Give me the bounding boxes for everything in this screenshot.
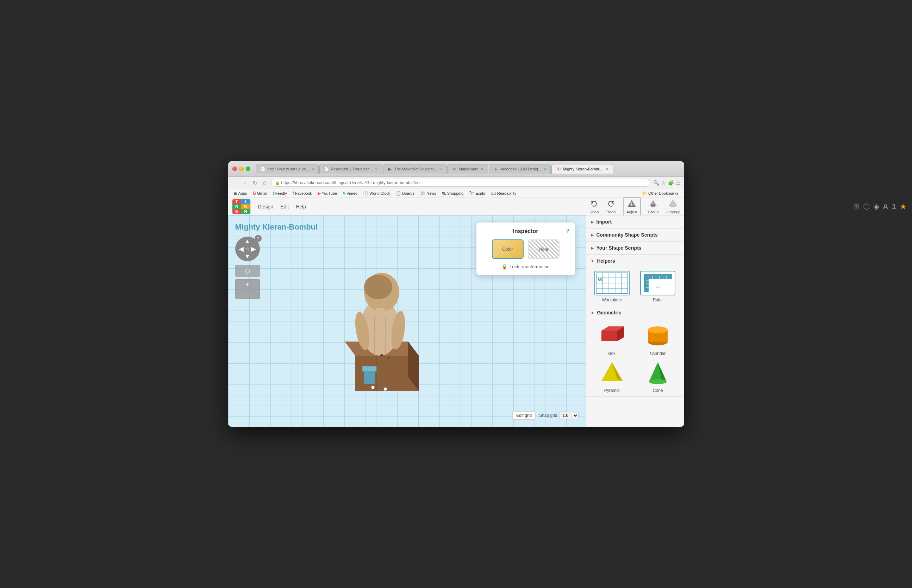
- search-icon[interactable]: 🔍: [653, 180, 659, 186]
- hole-option[interactable]: Hole: [528, 239, 560, 259]
- logo-i: I: [241, 199, 250, 204]
- zoom-in-button[interactable]: +: [235, 279, 260, 289]
- pyramid-svg: [598, 360, 626, 385]
- tab-close-button-3[interactable]: ✕: [439, 167, 442, 171]
- boards-icon: 📋: [396, 191, 401, 196]
- bookmark-gmail-label: Gmail: [257, 191, 267, 195]
- facebook-icon: f: [293, 191, 294, 196]
- bookmark-worldclock[interactable]: 🕐 World Clock: [361, 190, 392, 197]
- undo-button[interactable]: Undo: [589, 199, 599, 214]
- tab-edit[interactable]: 📄 edit : How to set up yo... ✕: [256, 164, 319, 174]
- tab-tinkercad[interactable]: TC Mighty Kieran-Bombu... ✕: [551, 164, 613, 174]
- right-panel: ▶ Import ▶ Community Shape Scripts: [586, 215, 684, 427]
- reload-button[interactable]: ↻: [252, 179, 258, 186]
- tab-close-button-2[interactable]: ✕: [375, 167, 378, 171]
- helpers-header[interactable]: ▼ Helpers: [586, 255, 684, 267]
- import-header[interactable]: ▶ Import: [586, 215, 684, 228]
- bookmark-feedly[interactable]: f Feedly: [271, 190, 289, 197]
- star-icon[interactable]: ☆: [661, 180, 666, 186]
- bookmark-apps[interactable]: ⊞ Apps: [232, 190, 249, 197]
- pyramid-item[interactable]: Pyramid: [591, 360, 633, 393]
- bookmark-other[interactable]: 📁 Other Bookmarks: [640, 190, 681, 197]
- back-button[interactable]: ‹: [232, 179, 239, 186]
- inspector-help-button[interactable]: ?: [566, 228, 570, 234]
- bookmarks-bar: ⊞ Apps G Gmail f Feedly f Facebook ▶ You…: [228, 189, 684, 198]
- worldclock-icon: 🕐: [363, 191, 368, 196]
- adjust-button[interactable]: Adjust: [623, 197, 641, 216]
- nav-help[interactable]: Help: [296, 204, 306, 210]
- menu-icon[interactable]: ☰: [676, 180, 681, 186]
- tab-label-6: Mighty Kieran-Bombu...: [563, 167, 604, 171]
- workplane-label: Workplane: [602, 297, 622, 302]
- cylinder-item[interactable]: Cylinder: [637, 323, 679, 356]
- canvas-area[interactable]: Mighty Kieran-Bombul ? ▲ ◀ ⌂ ▶ ▼: [228, 215, 586, 427]
- snap-grid: Snap grid 1.0 0.5 0.25 2.0: [539, 412, 578, 419]
- geo-grid: Box: [586, 319, 684, 396]
- community-scripts-header[interactable]: ▶ Community Shape Scripts: [586, 228, 684, 241]
- redo-button[interactable]: Redo: [606, 199, 616, 214]
- lock-transform[interactable]: 🔒 Lock transformation: [482, 264, 570, 269]
- geometric-section: ▼ Geometric: [586, 306, 684, 397]
- bookmark-readability[interactable]: 📖 Readability: [489, 190, 518, 197]
- geometric-label: Geometric: [597, 310, 621, 315]
- extension-icon[interactable]: 🧩: [668, 180, 674, 186]
- tab-close-button[interactable]: ✕: [311, 167, 314, 171]
- ungroup-label: Ungroup: [665, 210, 680, 214]
- figure-shape: [353, 273, 407, 355]
- tab-close-button-4[interactable]: ✕: [481, 167, 483, 171]
- box-item[interactable]: Box: [591, 323, 633, 356]
- bookmark-boards[interactable]: 📋 Boards: [394, 190, 416, 197]
- redo-icon: [606, 199, 616, 209]
- tab-replicator[interactable]: 📄 Replicator 2 Troublesh... ✕: [320, 164, 383, 174]
- tab-label-2: Replicator 2 Troublesh...: [331, 167, 373, 171]
- tab-makerbot[interactable]: ▶ The MakerBot Replicat... ✕: [383, 164, 447, 174]
- group-button[interactable]: Group: [648, 199, 659, 214]
- geometric-header[interactable]: ▼ Geometric: [586, 306, 684, 319]
- ruler-svg: mm: [642, 273, 674, 294]
- cone-item[interactable]: Cone: [637, 360, 679, 393]
- maximize-button[interactable]: [246, 166, 250, 171]
- canvas-wrapper: Mighty Kieran-Bombul ? ▲ ◀ ⌂ ▶ ▼: [228, 215, 684, 427]
- workplane-item[interactable]: W Workplane: [591, 271, 633, 302]
- undo-label: Undo: [589, 210, 599, 214]
- address-input[interactable]: 🔒 https://https://tinkercad.com/things/j…: [271, 179, 651, 187]
- forward-button[interactable]: ›: [242, 179, 249, 186]
- bookmark-youtube[interactable]: ▶ YouTube: [315, 190, 339, 197]
- nav-circle[interactable]: ▲ ◀ ⌂ ▶ ▼: [235, 237, 260, 261]
- tab-close-button-5[interactable]: ✕: [543, 167, 546, 171]
- ruler-label: Ruler: [653, 297, 663, 302]
- view-cube[interactable]: ⬡: [235, 265, 260, 277]
- bookmark-gmail[interactable]: G Gmail: [251, 190, 270, 197]
- tab-close-button-6[interactable]: ✕: [606, 167, 609, 171]
- group-label: Group: [648, 210, 659, 214]
- ungroup-button[interactable]: Ungroup: [665, 199, 680, 214]
- page-icon-2: 📄: [324, 166, 329, 171]
- import-section: ▶ Import: [586, 215, 684, 228]
- minimize-button[interactable]: [239, 166, 244, 171]
- nav-arrows: ▲ ◀ ⌂ ▶ ▼: [239, 237, 256, 260]
- nav-edit[interactable]: Edit: [280, 204, 289, 210]
- color-option[interactable]: Color: [492, 239, 524, 259]
- bookmark-news[interactable]: 📰 News: [418, 190, 438, 197]
- close-button[interactable]: [232, 166, 237, 171]
- tinkercad-logo[interactable]: T I N K E R C A: [232, 199, 251, 215]
- bookmark-explo[interactable]: 🔭 Explo: [467, 190, 487, 197]
- zoom-controls: + −: [235, 279, 260, 299]
- your-scripts-header[interactable]: ▶ Your Shape Scripts: [586, 242, 684, 254]
- lock-transform-icon: 🔒: [501, 264, 507, 269]
- zoom-out-button[interactable]: −: [235, 289, 260, 299]
- snap-grid-select[interactable]: 1.0 0.5 0.25 2.0: [560, 412, 578, 419]
- bookmark-vimeo[interactable]: V Vimeo: [341, 190, 360, 197]
- bookmark-shopping[interactable]: 🛍 Shopping: [440, 190, 466, 197]
- logo-e: E: [232, 209, 242, 214]
- tab-makerware[interactable]: ⚙ MakerWare ✕: [447, 164, 488, 174]
- nav-design[interactable]: Design: [258, 204, 274, 210]
- tab-autodesk[interactable]: 🔺 Autodesk 123D Desig... ✕: [489, 164, 551, 174]
- ruler-item[interactable]: mm Ruler: [637, 271, 679, 302]
- url-protocol: https://: [281, 180, 294, 185]
- svg-marker-14: [362, 366, 376, 372]
- bookmark-facebook[interactable]: f Facebook: [291, 190, 314, 197]
- home-button[interactable]: ⌂: [261, 179, 268, 186]
- snap-grid-label: Snap grid: [539, 413, 557, 418]
- edit-grid-button[interactable]: Edit grid: [512, 411, 536, 420]
